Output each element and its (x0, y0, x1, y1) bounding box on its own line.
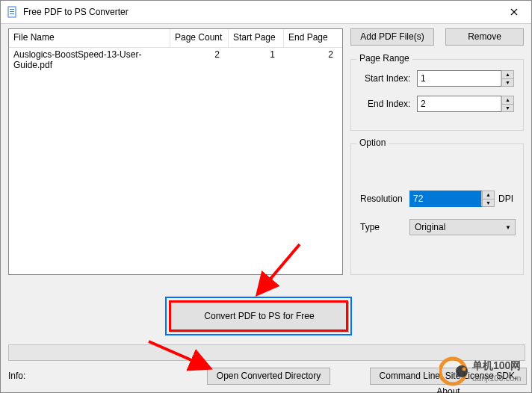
add-pdf-button[interactable]: Add PDF File(s) (350, 28, 434, 46)
convert-button[interactable]: Convert PDF to PS for Free (170, 301, 349, 332)
svg-rect-3 (10, 13, 14, 14)
option-legend: Option (356, 137, 389, 148)
resolution-input[interactable] (410, 191, 481, 206)
file-list-header[interactable]: File Name Page Count Start Page End Page (9, 29, 342, 48)
info-bar (8, 344, 525, 361)
start-index-label: Start Index: (365, 73, 410, 84)
start-index-down[interactable]: ▼ (501, 78, 514, 87)
resolution-unit: DPI (498, 194, 513, 204)
col-page-count[interactable]: Page Count (170, 29, 229, 47)
col-start-page[interactable]: Start Page (229, 29, 284, 47)
end-index-input[interactable] (418, 96, 501, 111)
cell-file-name: Auslogics-BoostSpeed-13-User-Guide.pdf (9, 48, 170, 61)
end-index-label: End Index: (368, 99, 410, 109)
file-list[interactable]: File Name Page Count Start Page End Page… (8, 28, 343, 275)
resolution-label: Resolution (360, 194, 403, 204)
start-index-input[interactable] (418, 71, 501, 86)
about-button[interactable]: Command Line, Site License SDK, About (370, 368, 527, 385)
remove-button[interactable]: Remove (445, 28, 524, 46)
file-list-row[interactable]: Auslogics-BoostSpeed-13-User-Guide.pdf 2… (9, 48, 342, 61)
cell-start-page: 1 (229, 48, 284, 61)
type-combo[interactable]: Original ▼ (409, 219, 516, 235)
type-label: Type (360, 222, 380, 232)
svg-rect-2 (10, 11, 14, 12)
type-value: Original (415, 222, 501, 232)
page-range-group: Page Range Start Index: ▲▼ End Index: ▲▼ (350, 59, 524, 131)
col-file-name[interactable]: File Name (9, 29, 170, 47)
open-converted-directory-button[interactable]: Open Converted Directory (207, 368, 330, 385)
cell-page-count: 2 (170, 48, 229, 61)
close-button[interactable] (497, 1, 531, 23)
end-index-spinner[interactable]: ▲▼ (417, 96, 514, 112)
chevron-down-icon: ▼ (501, 224, 515, 231)
svg-rect-1 (10, 9, 14, 10)
window-title: Free PDF to PS Converter (23, 7, 497, 17)
col-end-page[interactable]: End Page (284, 29, 342, 47)
page-range-legend: Page Range (356, 53, 412, 64)
resolution-down[interactable]: ▼ (482, 199, 495, 208)
app-icon (7, 6, 19, 18)
option-group: Option Resolution ▲▼ DPI Type Original ▼ (350, 143, 524, 275)
start-index-spinner[interactable]: ▲▼ (417, 70, 514, 87)
cell-end-page: 2 (284, 48, 342, 61)
resolution-spinner[interactable]: ▲▼ (409, 191, 495, 207)
end-index-down[interactable]: ▼ (501, 104, 514, 113)
info-label: Info: (8, 371, 25, 381)
